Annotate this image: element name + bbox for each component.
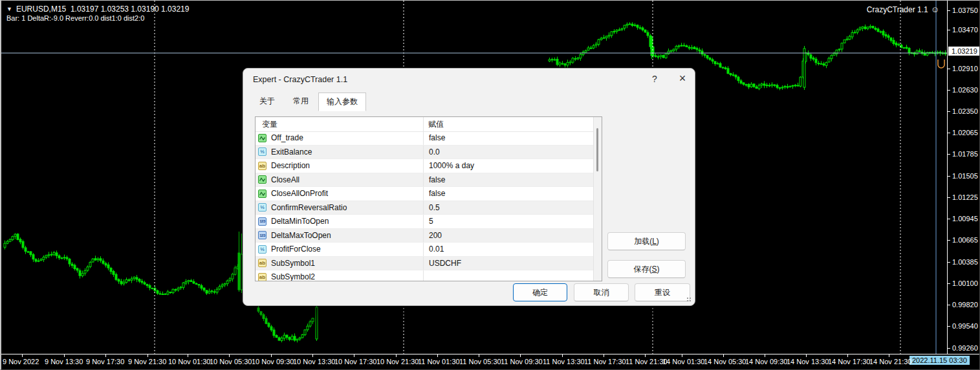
param-value[interactable]: 0.5 xyxy=(423,201,593,215)
ok-button[interactable]: 确定 xyxy=(513,283,567,301)
param-name: Description xyxy=(271,161,310,170)
table-row[interactable]: ½ProfitForClose0.01 xyxy=(256,243,594,257)
axis-tick xyxy=(948,30,950,30)
time-label: 10 Nov 05:30 xyxy=(210,358,252,365)
price-label: 1.00945 xyxy=(952,215,978,223)
param-value[interactable]: 5 xyxy=(423,215,593,228)
price-label: 1.02350 xyxy=(952,107,978,115)
axis-tick xyxy=(948,111,950,112)
param-value[interactable]: 0.0 xyxy=(423,146,593,159)
price-label: 1.02065 xyxy=(952,129,978,136)
dialog-title: Expert - CrazyCTrader 1.1 xyxy=(253,75,347,84)
time-label: 10 Nov 13:30 xyxy=(293,358,335,365)
save-button[interactable]: 保存(S) xyxy=(607,260,686,278)
price-label: 1.00100 xyxy=(952,279,978,287)
bool-param-icon xyxy=(258,190,267,198)
table-row[interactable]: abSubSymbol2 xyxy=(256,270,594,281)
table-row[interactable]: abSubSymbol1USDCHF xyxy=(256,257,594,271)
axis-tick xyxy=(682,354,682,357)
column-header-value[interactable]: 赋值 xyxy=(428,117,444,131)
table-row[interactable]: 123DeltaMinToOpen5 xyxy=(256,215,594,229)
axis-tick xyxy=(520,354,521,357)
time-label: 11 Nov 05:30 xyxy=(459,358,501,365)
time-label: 9 Nov 2022 xyxy=(3,358,39,365)
param-name: ConfirmReversalRatio xyxy=(271,203,347,212)
param-value[interactable] xyxy=(423,270,593,281)
param-value[interactable]: false xyxy=(423,173,593,187)
table-row[interactable]: Off_tradefalse xyxy=(256,131,594,146)
close-button[interactable]: × xyxy=(675,72,690,85)
price-axis[interactable]: 1.03219 1.037501.034701.029101.026301.02… xyxy=(947,1,980,354)
axis-tick xyxy=(479,354,479,357)
resize-grip[interactable] xyxy=(686,297,692,303)
time-label: 14 Nov 21:30 xyxy=(869,358,911,365)
time-label: 9 Nov 21:30 xyxy=(128,358,166,365)
price-label: 0.99260 xyxy=(952,344,978,352)
time-label: 14 Nov 01:30 xyxy=(662,358,704,365)
reset-button[interactable]: 重设 xyxy=(635,283,690,301)
param-value[interactable]: USDCHF xyxy=(423,257,593,270)
axis-tick xyxy=(312,354,313,357)
axis-tick xyxy=(64,354,65,357)
ea-info-text: Bar: 1 DeltaR:-9.0 Reverr:0.0 dist1:0 di… xyxy=(6,14,144,22)
axis-tick xyxy=(948,348,950,349)
tab-about[interactable]: 关于 xyxy=(251,92,283,111)
axis-tick xyxy=(105,354,106,357)
column-header-variable[interactable]: 变量 xyxy=(262,117,278,131)
param-value[interactable]: false xyxy=(423,187,593,201)
axis-tick xyxy=(645,354,646,357)
string-param-icon: ab xyxy=(258,162,267,170)
time-label: 10 Nov 01:30 xyxy=(168,358,210,365)
time-label: 11 Nov 09:30 xyxy=(501,358,543,365)
chart-dropdown-icon[interactable]: ▼ xyxy=(6,6,12,12)
tab-bar: 关于 常用 输入参数 xyxy=(251,95,367,111)
tab-inputs[interactable]: 输入参数 xyxy=(318,92,366,111)
scrollbar-thumb[interactable] xyxy=(596,128,598,171)
table-header: 变量 赋值 xyxy=(256,117,602,132)
table-row[interactable]: CloseAllOnProfitfalse xyxy=(256,187,594,201)
table-row[interactable]: abDescription1000% a day xyxy=(256,159,594,173)
price-label: 1.00385 xyxy=(952,258,978,266)
axis-tick xyxy=(948,283,950,284)
expert-dialog: Expert - CrazyCTrader 1.1 ? × 关于 常用 输入参数… xyxy=(243,68,695,306)
cancel-button[interactable]: 取消 xyxy=(574,283,629,301)
double-param-icon: ½ xyxy=(258,245,267,254)
table-row[interactable]: ½ConfirmReversalRatio0.5 xyxy=(256,201,594,215)
param-value[interactable]: false xyxy=(423,131,593,145)
table-scrollbar[interactable] xyxy=(593,117,602,281)
axis-tick xyxy=(604,354,604,357)
price-label: 1.03470 xyxy=(952,26,978,34)
tab-common[interactable]: 常用 xyxy=(285,92,317,111)
param-name: ExitBalance xyxy=(271,147,312,157)
price-label: 1.00665 xyxy=(952,236,978,244)
time-label: 10 Nov 21:30 xyxy=(376,358,419,365)
axis-tick xyxy=(396,354,397,357)
time-axis[interactable]: 2022.11.15 03:30 9 Nov 20229 Nov 13:309 … xyxy=(1,354,980,370)
table-row[interactable]: ½ExitBalance0.0 xyxy=(256,146,594,160)
param-value[interactable]: 200 xyxy=(423,229,593,243)
axis-tick xyxy=(948,305,950,305)
price-label: 1.01505 xyxy=(952,172,978,180)
mt-terminal-window: ▼EURUSD,M15 1.03197 1.03253 1.03190 1.03… xyxy=(0,0,980,370)
bool-param-icon xyxy=(258,134,267,142)
param-name: SubSymbol1 xyxy=(271,259,315,268)
axis-tick xyxy=(354,354,354,357)
axis-tick xyxy=(765,354,765,357)
time-label: 14 Nov 09:30 xyxy=(745,358,787,365)
help-button[interactable]: ? xyxy=(649,74,660,84)
param-name: ProfitForClose xyxy=(271,245,321,254)
axis-tick xyxy=(147,354,148,357)
axis-tick xyxy=(437,354,438,357)
load-button[interactable]: 加载(L) xyxy=(607,232,686,250)
string-param-icon: ab xyxy=(258,273,267,281)
price-label: 0.99820 xyxy=(952,301,978,309)
axis-tick xyxy=(271,354,272,357)
time-label: 11 Nov 17:30 xyxy=(584,358,626,365)
double-param-icon: ½ xyxy=(258,203,267,212)
axis-tick xyxy=(188,354,188,357)
param-value[interactable]: 1000% a day xyxy=(423,159,593,173)
double-param-icon: ½ xyxy=(258,147,267,156)
param-value[interactable]: 0.01 xyxy=(423,243,593,256)
table-row[interactable]: CloseAllfalse xyxy=(256,173,594,188)
table-row[interactable]: 123DeltaMaxToOpen200 xyxy=(256,229,594,243)
